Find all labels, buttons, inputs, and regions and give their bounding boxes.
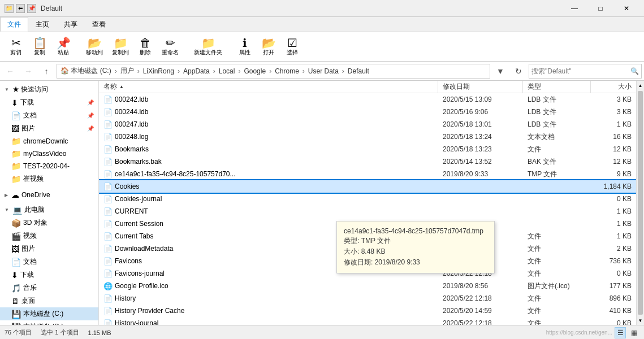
folder-chrome-icon: 📁: [11, 137, 21, 146]
sidebar-item-video[interactable]: 🎬 视频: [0, 229, 98, 242]
refresh-button[interactable]: ↻: [511, 64, 526, 79]
expand-icon: ▼: [5, 87, 9, 92]
scroll-thumb[interactable]: [638, 91, 643, 315]
file-date-cell: 2020/5/18 13:23: [438, 145, 523, 153]
col-header-type[interactable]: 类型: [523, 81, 591, 93]
sidebar-item-dl[interactable]: ⬇ 下载: [0, 268, 98, 281]
file-type-icon: 📄: [103, 307, 113, 315]
file-type-cell: 文件: [523, 244, 591, 254]
folder-myclass-icon: 📁: [11, 149, 21, 158]
sidebar-item-documents[interactable]: 📄 文档 📌: [0, 109, 98, 122]
table-row[interactable]: 📄 Cookies-journal 0 KB: [99, 193, 636, 205]
file-name-label: CURRENT: [115, 207, 148, 215]
col-header-date[interactable]: 修改日期: [438, 81, 523, 93]
ribbon-btn-paste[interactable]: 📌 粘贴: [52, 36, 75, 58]
table-row[interactable]: 📄 History Provider Cache 2020/5/20 14:59…: [99, 305, 636, 317]
search-box[interactable]: 🔍: [529, 64, 642, 79]
up-button[interactable]: ↑: [38, 64, 54, 79]
tab-share[interactable]: 共享: [57, 17, 85, 32]
ribbon-btn-rename[interactable]: ✏ 重命名: [158, 36, 183, 58]
ribbon-btn-move[interactable]: 📂 移动到: [82, 36, 107, 58]
sidebar-item-quickaccess[interactable]: ▼ ★ 快速访问: [0, 83, 98, 96]
sidebar-item-diskd[interactable]: 💾 本地磁盘 (D:): [0, 320, 98, 325]
ribbon-btn-copyto[interactable]: 📁 复制到: [108, 36, 133, 58]
maximize-button[interactable]: □: [587, 0, 613, 17]
table-row[interactable]: 📄 000248.log 2020/5/18 13:24 文本文档 16 KB: [99, 131, 636, 143]
search-input[interactable]: [531, 67, 630, 75]
sidebar-item-cuivideo[interactable]: 📁 崔视频: [0, 172, 98, 185]
ribbon-btn-copy[interactable]: 📋 复制: [28, 36, 51, 58]
tooltip-type: 类型: TMP 文件: [344, 236, 487, 246]
ribbon-btn-cut[interactable]: ✂ 剪切: [5, 36, 27, 58]
col-header-size[interactable]: 大小: [591, 81, 636, 93]
sidebar-item-download[interactable]: ⬇ 下载 📌: [0, 96, 98, 109]
sidebar-label-test: TEST-2020-04-: [23, 162, 70, 170]
view-tiles-button[interactable]: ▦: [628, 327, 639, 338]
sidebar-item-myclassvideo[interactable]: 📁 myClassVideo: [0, 147, 98, 160]
ribbon-btn-open[interactable]: 📂 打开: [257, 36, 280, 58]
file-name-cell: 📄 Bookmarks: [99, 145, 438, 154]
sidebar-item-desktop[interactable]: 🖥 桌面: [0, 294, 98, 307]
ribbon-btn-select[interactable]: ☑ 选择: [281, 36, 304, 58]
tab-file[interactable]: 文件: [0, 17, 28, 32]
close-button[interactable]: ✕: [613, 0, 639, 17]
sidebar-item-docs[interactable]: 📄 文档: [0, 255, 98, 268]
status-right: https://blog.csdn.net/gen... ☰ ▦: [546, 327, 639, 338]
table-row[interactable]: 📄 ce14a9c1-fa35-4c94-8c25-105757d70... 2…: [99, 168, 636, 180]
status-count: 76 个项目: [5, 328, 32, 337]
ribbon-btn-newfolder[interactable]: 📁 新建文件夹: [190, 36, 226, 58]
tooltip-date: 修改日期: 2019/8/20 9:33: [344, 258, 487, 267]
tab-view[interactable]: 查看: [85, 17, 113, 32]
pin-icon[interactable]: 📌: [27, 4, 36, 13]
table-row[interactable]: 📄 History-journal 2020/5/22 12:18 文件 0 K…: [99, 317, 636, 325]
sidebar-item-pics[interactable]: 🖼 图片: [0, 242, 98, 255]
file-size-cell: 12 KB: [591, 158, 636, 166]
scroll-up-button[interactable]: ▲: [637, 81, 644, 90]
dropdown-button[interactable]: ▼: [492, 64, 508, 79]
table-row[interactable]: 📄 Bookmarks 2020/5/18 13:23 文件 12 KB: [99, 143, 636, 155]
forward-button[interactable]: →: [20, 64, 36, 79]
table-row[interactable]: 📄 CURRENT 1 KB: [99, 205, 636, 218]
file-rows-container: 📄 000242.ldb 2020/5/15 13:09 LDB 文件 3 KB…: [99, 93, 636, 325]
file-type-cell: 文件: [523, 294, 591, 303]
file-type-cell: TMP 文件: [523, 169, 591, 179]
file-name-label: Current Session: [115, 220, 163, 228]
sidebar-item-music[interactable]: 🎵 音乐: [0, 281, 98, 294]
table-row[interactable]: 📄 000244.ldb 2020/5/16 9:06 LDB 文件 3 KB: [99, 106, 636, 118]
file-size-cell: 1 KB: [591, 232, 636, 240]
breadcrumb-google: Google: [244, 67, 266, 75]
title-bar: 📁 ⬅ 📌 Default — □ ✕: [0, 0, 644, 17]
table-row[interactable]: 📄 History 2020/5/22 12:18 文件 896 KB: [99, 292, 636, 305]
status-size: 1.15 MB: [88, 329, 111, 336]
sidebar-item-onedrive[interactable]: ▶ ☁ OneDrive: [0, 189, 98, 201]
sidebar-item-thispc[interactable]: ▼ 💻 此电脑: [0, 203, 98, 216]
expand-icon-thispc: ▼: [5, 207, 9, 212]
ribbon-btn-properties[interactable]: ℹ 属性: [234, 36, 256, 58]
table-row[interactable]: 📄 000247.ldb 2020/5/18 13:01 LDB 文件 1 KB: [99, 118, 636, 131]
sidebar-item-pictures[interactable]: 🖼 图片 📌: [0, 122, 98, 135]
table-row[interactable]: 📄 Bookmarks.bak 2020/5/14 13:52 BAK 文件 1…: [99, 155, 636, 168]
sidebar-item-test[interactable]: 📁 TEST-2020-04-: [0, 160, 98, 172]
right-scrollbar[interactable]: ▲ ▼: [636, 81, 644, 325]
minimize-button[interactable]: —: [561, 0, 587, 17]
ribbon-btn-delete[interactable]: 🗑 删除: [134, 36, 157, 58]
table-row[interactable]: 📄 Cookies 1,184 KB: [99, 180, 636, 193]
file-type-icon: 📄: [103, 195, 113, 203]
back-icon-small[interactable]: ⬅: [16, 4, 25, 13]
sidebar: ▼ ★ 快速访问 ⬇ 下载 📌 📄 文档 📌 🖼 图片 📌 📁 chromeDo…: [0, 81, 99, 325]
tab-home[interactable]: 主页: [28, 17, 57, 32]
sidebar-item-chromedownlc[interactable]: 📁 chromeDownlc: [0, 135, 98, 147]
scroll-down-button[interactable]: ▼: [637, 316, 644, 325]
view-details-button[interactable]: ☰: [615, 327, 626, 338]
sidebar-item-3dobjects[interactable]: 📦 3D 对象: [0, 216, 98, 229]
table-row[interactable]: 🌐 Google Profile.ico 2019/8/20 8:56 图片文件…: [99, 280, 636, 292]
address-bar[interactable]: 🏠 本地磁盘 (C:) › 用户 › LiXinRong › AppData ›…: [57, 64, 490, 79]
sidebar-item-diskc[interactable]: 💾 本地磁盘 (C:): [0, 307, 98, 320]
file-date-cell: 2020/5/18 13:01: [438, 120, 523, 128]
table-row[interactable]: 📄 000242.ldb 2020/5/15 13:09 LDB 文件 3 KB: [99, 93, 636, 106]
back-button[interactable]: ←: [2, 64, 18, 79]
tooltip-size-label: 大小:: [344, 247, 359, 255]
col-header-name[interactable]: 名称 ▲: [99, 81, 438, 93]
file-name-label: DownloadMetadata: [115, 245, 173, 253]
file-name-label: 000248.log: [115, 133, 148, 141]
